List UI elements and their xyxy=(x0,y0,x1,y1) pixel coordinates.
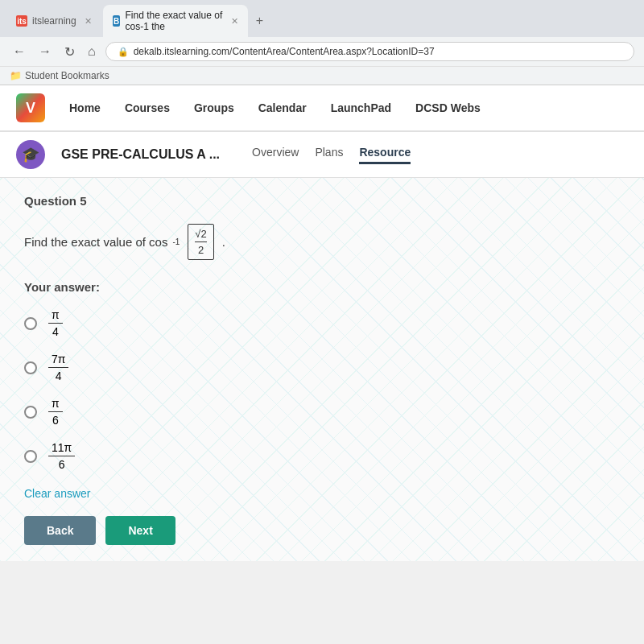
answer-option-2[interactable]: 7π 4 xyxy=(24,353,620,382)
folder-icon: 📁 xyxy=(10,70,22,81)
question-fraction: √2 2 xyxy=(188,224,213,260)
browser-chrome: its itslearning ✕ B Find the exact value… xyxy=(0,0,644,85)
answer-4-numerator: 11π xyxy=(48,441,75,456)
nav-groups[interactable]: Groups xyxy=(194,101,234,114)
tab-itslearning-label: itslearning xyxy=(32,15,76,27)
answer-option-3[interactable]: π 6 xyxy=(24,397,620,427)
address-bar: ← → ↻ ⌂ 🔒 dekalb.itslearning.com/Content… xyxy=(0,37,644,66)
back-button[interactable]: Back xyxy=(24,516,96,545)
next-button[interactable]: Next xyxy=(105,516,175,545)
tab-bar: its itslearning ✕ B Find the exact value… xyxy=(0,0,644,37)
content-area: Question 5 Find the exact value of cos-1… xyxy=(0,178,644,561)
answer-1-denominator: 4 xyxy=(49,324,62,338)
answer-fraction-2: 7π 4 xyxy=(48,353,68,382)
url-bar[interactable]: 🔒 dekalb.itslearning.com/ContentArea/Con… xyxy=(105,42,634,61)
answer-4-denominator: 6 xyxy=(56,456,68,471)
nav-launchpad[interactable]: LaunchPad xyxy=(331,101,391,114)
radio-option-4[interactable] xyxy=(24,450,37,463)
course-title: GSE PRE-CALCULUS A ... xyxy=(61,147,220,162)
back-nav-button[interactable]: ← xyxy=(10,43,29,60)
answer-fraction-1: π 4 xyxy=(48,308,63,338)
answer-option-4[interactable]: 11π 6 xyxy=(24,441,620,471)
course-icon: 🎓 xyxy=(16,140,45,169)
button-row: Back Next xyxy=(24,516,620,545)
radio-option-3[interactable] xyxy=(24,406,37,419)
tab-calculus[interactable]: B Find the exact value of cos-1 the ✕ xyxy=(103,5,248,37)
reload-button[interactable]: ↻ xyxy=(61,43,78,61)
app-navigation: V Home Courses Groups Calendar LaunchPad… xyxy=(0,85,644,132)
nav-calendar[interactable]: Calendar xyxy=(258,101,307,114)
tab-itslearning[interactable]: its itslearning ✕ xyxy=(6,10,101,31)
tab-calculus-close[interactable]: ✕ xyxy=(231,16,238,27)
bookmarks-label[interactable]: Student Bookmarks xyxy=(25,70,109,81)
lock-icon: 🔒 xyxy=(118,47,129,57)
clear-answer-link[interactable]: Clear answer xyxy=(24,487,620,500)
bookmarks-bar: 📁 Student Bookmarks xyxy=(0,66,644,85)
question-prompt-suffix: . xyxy=(222,235,225,249)
answer-2-numerator: 7π xyxy=(48,353,68,368)
course-header: 🎓 GSE PRE-CALCULUS A ... Overview Plans … xyxy=(0,132,644,178)
answer-1-numerator: π xyxy=(48,308,63,324)
new-tab-button[interactable]: + xyxy=(250,10,270,31)
tab-itslearning-close[interactable]: ✕ xyxy=(85,16,92,27)
question-number: Question 5 xyxy=(24,194,620,208)
course-nav-plans[interactable]: Plans xyxy=(315,146,343,164)
radio-option-2[interactable] xyxy=(24,361,37,374)
forward-nav-button[interactable]: → xyxy=(35,43,55,60)
course-nav: Overview Plans Resource xyxy=(252,146,411,164)
answer-fraction-3: π 6 xyxy=(48,397,63,427)
question-text: Find the exact value of cos-1 √2 2 . xyxy=(24,224,620,260)
answer-3-denominator: 6 xyxy=(49,412,62,427)
nav-home[interactable]: Home xyxy=(69,101,101,114)
question-superscript: -1 xyxy=(172,237,180,246)
answer-options: π 4 7π 4 π 6 11π 6 xyxy=(24,308,620,471)
answer-option-1[interactable]: π 4 xyxy=(24,308,620,338)
home-button[interactable]: ⌂ xyxy=(85,43,99,60)
calculus-tab-icon: B xyxy=(113,15,121,27)
logo-letter: V xyxy=(26,100,35,117)
question-fraction-numerator: √2 xyxy=(195,228,206,242)
course-nav-overview[interactable]: Overview xyxy=(252,146,299,164)
url-text: dekalb.itslearning.com/ContentArea/Conte… xyxy=(134,46,435,57)
tab-calculus-label: Find the exact value of cos-1 the xyxy=(125,10,222,32)
radio-option-1[interactable] xyxy=(24,317,37,330)
app-logo[interactable]: V xyxy=(16,93,45,122)
its-tab-icon: its xyxy=(16,15,27,27)
question-fraction-denominator: 2 xyxy=(198,244,204,256)
answer-2-denominator: 4 xyxy=(52,368,65,382)
answer-3-numerator: π xyxy=(48,397,63,412)
course-nav-resource[interactable]: Resource xyxy=(359,146,411,164)
nav-courses[interactable]: Courses xyxy=(125,101,170,114)
answer-fraction-4: 11π 6 xyxy=(48,441,75,471)
question-prompt-prefix: Find the exact value of cos xyxy=(24,235,167,249)
nav-dcsd[interactable]: DCSD Webs xyxy=(415,101,481,114)
your-answer-label: Your answer: xyxy=(24,280,620,294)
